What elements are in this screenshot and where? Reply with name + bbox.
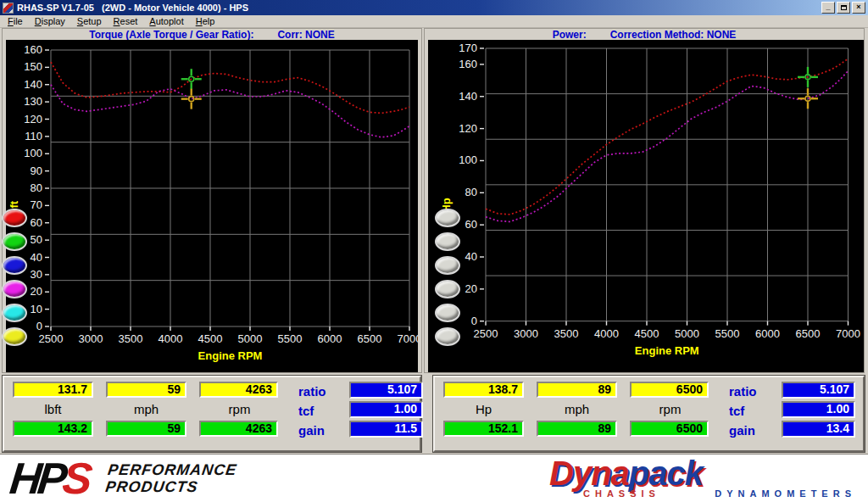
svg-text:3000: 3000 [514, 327, 538, 340]
menu-bar: File Display Setup Reset Autoplot Help [0, 15, 868, 28]
svg-text:60: 60 [31, 216, 42, 229]
power-panel: Power: Correction Method: NONE 170160140… [424, 28, 865, 373]
torque-readout-panel: 131.7 59 4263 lbft mph rpm 143.2 59 4263… [3, 376, 421, 452]
close-button[interactable]: × [852, 2, 865, 14]
svg-text:110: 110 [25, 130, 42, 142]
gain-label: gain [729, 423, 755, 438]
svg-text:7000: 7000 [398, 332, 418, 345]
channel-button-gray-6[interactable] [435, 327, 460, 346]
svg-text:80: 80 [31, 181, 42, 194]
svg-text:70: 70 [31, 198, 42, 211]
speed-unit-label: mph [106, 402, 186, 416]
torque-cursor2-rpm: 4263 [199, 421, 278, 437]
torque-cursor2-mph: 59 [106, 421, 186, 437]
hps-logo: HPS Performance Products [10, 455, 236, 501]
yellow-cursor[interactable] [181, 89, 202, 109]
window-title: RHAS-SP V1.7-05 (2WD - Motor Vehicle 400… [17, 3, 821, 13]
torque-cursor-value: 131.7 [13, 382, 93, 398]
speed-unit-label: mph [537, 402, 617, 416]
restore-button[interactable] [837, 2, 850, 14]
svg-text:0: 0 [36, 320, 42, 332]
svg-text:30: 30 [31, 268, 42, 281]
svg-text:4500: 4500 [198, 332, 223, 345]
menu-file[interactable]: File [2, 16, 29, 26]
power-unit-label: Hp [443, 402, 524, 416]
torque-cursor2-value: 143.2 [13, 421, 93, 437]
svg-text:4500: 4500 [635, 327, 659, 340]
svg-text:100: 100 [24, 147, 42, 159]
ratio-value: 5.107 [349, 382, 423, 399]
svg-text:10: 10 [31, 303, 42, 315]
power-chart: 1701601401201008060402002500300035004000… [428, 40, 864, 372]
channel-button-blue[interactable] [2, 256, 27, 275]
svg-text:170: 170 [459, 42, 477, 54]
svg-text:160: 160 [459, 58, 477, 70]
svg-text:140: 140 [24, 78, 42, 91]
channel-button-magenta[interactable] [2, 280, 27, 298]
tcf-label: tcf [298, 404, 314, 418]
torque-cursor-mph: 59 [106, 382, 186, 398]
svg-text:6000: 6000 [755, 327, 780, 340]
svg-text:130: 130 [24, 95, 42, 108]
ratio-label: ratio [729, 384, 757, 399]
restore-icon [841, 5, 847, 10]
menu-autoplot[interactable]: Autoplot [143, 16, 189, 26]
channel-button-gray-4[interactable] [435, 280, 460, 298]
svg-text:3500: 3500 [554, 327, 579, 340]
power-cursor2-value: 152.1 [443, 421, 524, 437]
menu-help[interactable]: Help [190, 16, 221, 26]
svg-text:0: 0 [471, 315, 477, 327]
svg-text:160: 160 [24, 43, 42, 56]
channel-button-red[interactable] [2, 209, 27, 227]
power-readout-panel: 138.7 89 6500 Hp mph rpm 152.1 89 6500 r… [433, 376, 865, 452]
menu-setup[interactable]: Setup [71, 16, 108, 26]
menu-display[interactable]: Display [29, 16, 71, 26]
menu-reset[interactable]: Reset [108, 16, 144, 26]
power-chart-area: 1701601401201008060402002500300035004000… [428, 40, 864, 372]
svg-text:100: 100 [459, 153, 477, 166]
svg-text:5000: 5000 [238, 332, 263, 345]
ratio-value: 5.107 [782, 382, 855, 399]
svg-text:5500: 5500 [278, 332, 303, 345]
channel-button-gray-1[interactable] [435, 209, 460, 227]
svg-text:6500: 6500 [358, 332, 382, 345]
torque-unit-label: lbft [13, 402, 93, 416]
channel-button-gray-2[interactable] [435, 232, 460, 251]
ratio-label: ratio [298, 384, 326, 399]
logo-strip: HPS Performance Products Dynapack CHASSI… [0, 454, 868, 502]
torque-panel: Torque (Axle Torque / Gear Ratio): Corr:… [2, 28, 422, 373]
svg-text:5000: 5000 [675, 327, 699, 340]
torque-header-title: Torque (Axle Torque / Gear Ratio): [89, 29, 253, 41]
torque-channel-buttons [2, 209, 27, 346]
tcf-value: 1.00 [349, 401, 423, 418]
svg-text:2500: 2500 [39, 332, 64, 345]
power-cursor-rpm: 6500 [630, 382, 709, 398]
channel-button-green[interactable] [2, 232, 27, 251]
power-run-current [486, 59, 849, 215]
channel-button-gray-3[interactable] [435, 256, 460, 275]
svg-text:3500: 3500 [119, 332, 143, 345]
gain-label: gain [298, 423, 325, 438]
svg-text:20: 20 [465, 282, 477, 295]
svg-text:2500: 2500 [474, 327, 498, 340]
power-header-correction: Correction Method: NONE [610, 29, 737, 41]
channel-button-cyan[interactable] [2, 304, 27, 322]
power-panel-header: Power: Correction Method: NONE [425, 29, 864, 40]
torque-cursor-rpm: 4263 [199, 382, 278, 398]
rpm-unit-label: rpm [199, 402, 280, 416]
channel-button-gray-5[interactable] [435, 304, 460, 322]
torque-run-previous [51, 85, 409, 137]
svg-text:150: 150 [24, 60, 42, 73]
rpm-unit-label: rpm [630, 402, 710, 416]
svg-text:50: 50 [31, 233, 42, 246]
power-header-title: Power: [553, 29, 587, 41]
channel-button-yellow[interactable] [2, 327, 27, 346]
minimize-button[interactable]: _ [821, 2, 835, 14]
power-cursor-mph: 89 [537, 382, 617, 398]
svg-text:60: 60 [465, 218, 477, 231]
svg-text:3000: 3000 [79, 332, 103, 345]
svg-text:120: 120 [24, 113, 42, 126]
svg-text:120: 120 [459, 122, 477, 135]
svg-text:Engine RPM: Engine RPM [635, 344, 699, 357]
hps-logo-mark: HPS [8, 457, 90, 499]
